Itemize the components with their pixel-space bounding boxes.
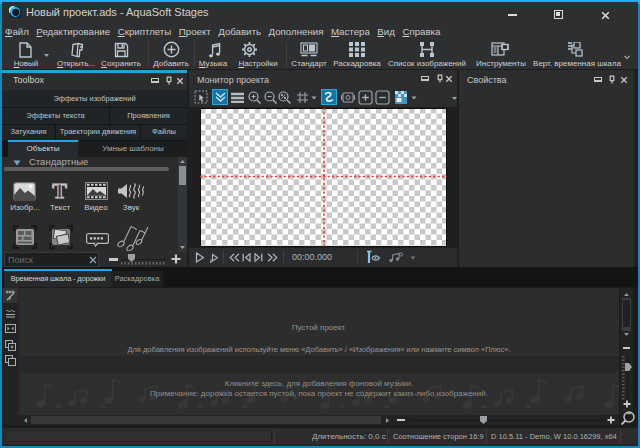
svg-text:T: T <box>52 180 67 201</box>
